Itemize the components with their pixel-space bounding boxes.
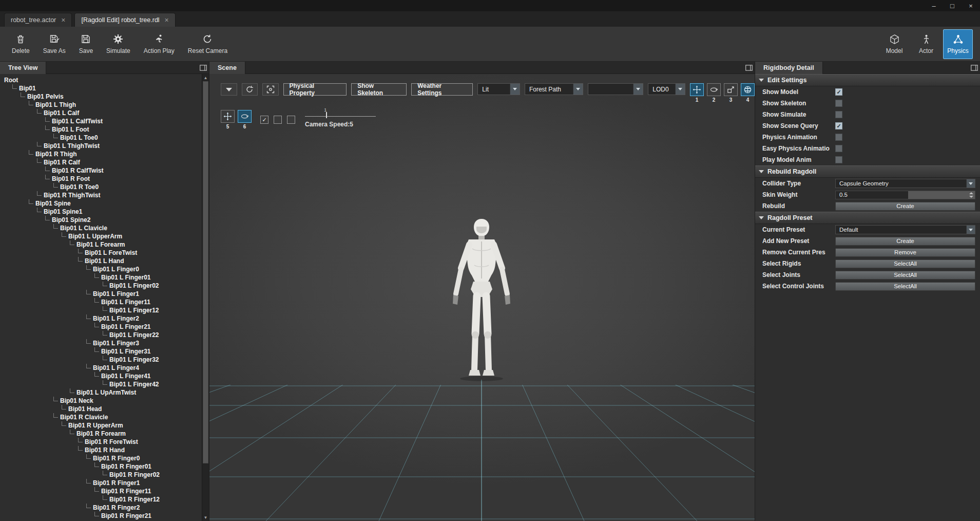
tree-item-bip01-r-foretwist[interactable]: Bip01 R ForeTwist — [0, 438, 202, 446]
tree-item-bip01-l-thightwist[interactable]: Bip01 L ThighTwist — [0, 142, 202, 150]
current-preset-dropdown[interactable]: Default — [835, 225, 975, 234]
show-skeleton-checkbox[interactable] — [835, 100, 842, 107]
tree-item-bip01-r-foot[interactable]: Bip01 R Foot — [0, 175, 202, 183]
3d-viewport[interactable]: Physical Property Show Skeleton Weather … — [209, 74, 755, 521]
tree-item-bip01-l-finger4[interactable]: Bip01 L Finger4 — [0, 364, 202, 372]
tree-item-bip01-spine2[interactable]: Bip01 Spine2 — [0, 216, 202, 224]
tree-item-bip01-neck[interactable]: Bip01 Neck — [0, 397, 202, 405]
extra-dropdown[interactable] — [588, 83, 643, 95]
tree-item-bip01-l-finger1[interactable]: Bip01 L Finger1 — [0, 290, 202, 298]
mode-button-model[interactable]: Model — [879, 29, 909, 59]
tree-item-bip01-r-finger0[interactable]: Bip01 R Finger0 — [0, 454, 202, 462]
action-play-button[interactable]: Action Play — [137, 29, 181, 60]
tab-close-icon[interactable]: × — [165, 16, 169, 24]
tree-item-bip01-l-finger31[interactable]: Bip01 L Finger31 — [0, 347, 202, 356]
tree-item-bip01-r-calftwist[interactable]: Bip01 R CalfTwist — [0, 166, 202, 175]
section-header-ragdoll-preset[interactable]: Ragdoll Preset — [755, 212, 980, 224]
tree-item-bip01-l-finger3[interactable]: Bip01 L Finger3 — [0, 339, 202, 347]
tree-item-bip01-r-finger2[interactable]: Bip01 R Finger2 — [0, 504, 202, 512]
minimize-button[interactable]: – — [925, 0, 943, 11]
section-header-rebuild-ragdoll[interactable]: Rebuild Ragdoll — [755, 165, 980, 178]
tree-item-bip01-l-toe0[interactable]: Bip01 L Toe0 — [0, 134, 202, 142]
tree-item-bip01-l-finger41[interactable]: Bip01 L Finger41 — [0, 372, 202, 380]
tree-item-bip01-l-finger32[interactable]: Bip01 L Finger32 — [0, 356, 202, 364]
mode-button-physics[interactable]: Physics — [943, 29, 973, 59]
dock-pin-icon[interactable] — [745, 64, 753, 72]
tree-item-bip01[interactable]: Bip01 — [0, 84, 202, 92]
tree-item-bip01-l-clavicle[interactable]: Bip01 L Clavicle — [0, 224, 202, 232]
tree-item-bip01-l-finger2[interactable]: Bip01 L Finger2 — [0, 314, 202, 323]
section-header-edit-settings[interactable]: Edit Settings — [755, 74, 980, 86]
tree-item-bip01-spine[interactable]: Bip01 Spine — [0, 199, 202, 208]
tree-item-bip01-l-finger22[interactable]: Bip01 L Finger22 — [0, 331, 202, 339]
tree-item-bip01-r-thightwist[interactable]: Bip01 R ThighTwist — [0, 191, 202, 199]
tab-close-icon[interactable]: × — [61, 16, 65, 24]
slider-handle[interactable] — [326, 112, 327, 118]
tree-item-bip01-l-finger42[interactable]: Bip01 L Finger42 — [0, 380, 202, 388]
easy-physics-animatio-checkbox[interactable] — [835, 145, 842, 152]
tree-item-bip01-l-uparmtwist[interactable]: Bip01 L UpArmTwist — [0, 388, 202, 397]
tree-item-bip01-l-foot[interactable]: Bip01 L Foot — [0, 125, 202, 134]
tree-item-bip01-r-thigh[interactable]: Bip01 R Thigh — [0, 150, 202, 158]
show-model-checkbox[interactable]: ✓ — [835, 88, 842, 96]
tree-item-bip01-l-finger02[interactable]: Bip01 L Finger02 — [0, 282, 202, 290]
tree-item-bip01-r-calf[interactable]: Bip01 R Calf — [0, 158, 202, 166]
select-rigids-button[interactable]: SelectAll — [835, 259, 975, 268]
close-button[interactable]: × — [962, 0, 980, 11]
save-as-button[interactable]: Save As — [36, 29, 72, 60]
show-skeleton-button[interactable]: Show Skeleton — [351, 83, 407, 96]
play-model-anim-checkbox[interactable] — [835, 156, 842, 163]
tree-item-bip01-l-calftwist[interactable]: Bip01 L CalfTwist — [0, 117, 202, 125]
show-simulate-checkbox[interactable] — [835, 111, 842, 118]
tree-item-bip01-l-hand[interactable]: Bip01 L Hand — [0, 257, 202, 265]
environment-dropdown[interactable]: Forest Path — [525, 83, 583, 95]
spinner-up-icon[interactable] — [969, 192, 973, 194]
show-scene-query-checkbox[interactable]: ✓ — [835, 122, 842, 129]
tree-item-bip01-l-upperarm[interactable]: Bip01 L UpperArm — [0, 232, 202, 240]
document-tab-ragdoll-edit-robot-tree-rdl[interactable]: [Ragdoll Edit] robot_tree.rdl× — [74, 13, 175, 27]
select-joints-button[interactable]: SelectAll — [835, 271, 975, 280]
gizmo-button-2[interactable] — [707, 83, 721, 96]
tree-item-bip01-r-finger21[interactable]: Bip01 R Finger21 — [0, 512, 202, 520]
tree-item-bip01-r-finger01[interactable]: Bip01 R Finger01 — [0, 462, 202, 471]
tree-scrollbar[interactable]: ▲ ▼ — [202, 74, 209, 521]
scroll-thumb[interactable] — [203, 81, 208, 463]
tree-item-bip01-l-finger21[interactable]: Bip01 L Finger21 — [0, 323, 202, 331]
camera-speed-slider[interactable]: 1 — [305, 112, 376, 119]
scene-tab[interactable]: Scene — [209, 62, 245, 74]
tree-item-bip01-r-finger1[interactable]: Bip01 R Finger1 — [0, 479, 202, 487]
select-control-joints-button[interactable]: SelectAll — [835, 282, 975, 291]
render-mode-dropdown[interactable]: Lit — [477, 83, 520, 95]
fit-view-button[interactable] — [262, 83, 279, 96]
rebuild-button[interactable]: Create — [835, 202, 975, 211]
tree-item-bip01-spine1[interactable]: Bip01 Spine1 — [0, 208, 202, 216]
tree-item-bip01-l-forearm[interactable]: Bip01 L Forearm — [0, 240, 202, 249]
gizmo-button-6[interactable] — [238, 110, 252, 123]
add-new-preset-button[interactable]: Create — [835, 237, 975, 246]
physical-property-button[interactable]: Physical Property — [283, 83, 347, 96]
tree-item-bip01-l-calf[interactable]: Bip01 L Calf — [0, 109, 202, 117]
tree-item-bip01-r-finger02[interactable]: Bip01 R Finger02 — [0, 471, 202, 479]
skin-weight-field[interactable]: 0.5 — [835, 191, 975, 199]
scene-checkbox-3[interactable] — [287, 116, 295, 124]
spinner-down-icon[interactable] — [969, 196, 973, 198]
scroll-down-icon[interactable]: ▼ — [202, 514, 209, 521]
tree-item-bip01-r-upperarm[interactable]: Bip01 R UpperArm — [0, 421, 202, 430]
tree-item-bip01-l-foretwist[interactable]: Bip01 L ForeTwist — [0, 249, 202, 257]
reset-camera-button[interactable]: Reset Camera — [181, 29, 234, 60]
scene-checkbox-1[interactable]: ✓ — [260, 116, 268, 124]
refresh-button[interactable] — [242, 83, 258, 96]
tree-item-bip01-r-hand[interactable]: Bip01 R Hand — [0, 446, 202, 454]
maximize-button[interactable]: □ — [943, 0, 962, 11]
simulate-button[interactable]: Simulate — [100, 29, 137, 60]
collider-type-dropdown[interactable]: Capsule Geometry — [835, 179, 975, 188]
mode-button-actor[interactable]: Actor — [911, 29, 941, 59]
gizmo-button-1[interactable] — [690, 83, 704, 96]
tree-item-bip01-r-finger11[interactable]: Bip01 R Finger11 — [0, 487, 202, 495]
physics-animation-checkbox[interactable] — [835, 134, 842, 141]
tree-item-root[interactable]: Root — [0, 76, 202, 84]
tree-item-bip01-l-finger11[interactable]: Bip01 L Finger11 — [0, 298, 202, 306]
tree-item-bip01-l-finger01[interactable]: Bip01 L Finger01 — [0, 273, 202, 282]
gizmo-button-4[interactable] — [741, 83, 755, 96]
lod-dropdown[interactable]: LOD0 — [648, 83, 685, 95]
